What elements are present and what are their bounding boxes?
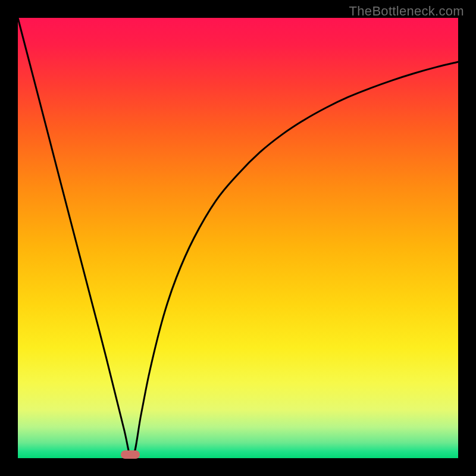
minimum-marker	[121, 450, 140, 459]
bottleneck-curve	[18, 18, 458, 458]
watermark-text: TheBottleneck.com	[349, 4, 464, 19]
plot-area	[18, 18, 458, 458]
curve-svg	[18, 18, 458, 458]
chart-frame: TheBottleneck.com	[0, 0, 476, 476]
